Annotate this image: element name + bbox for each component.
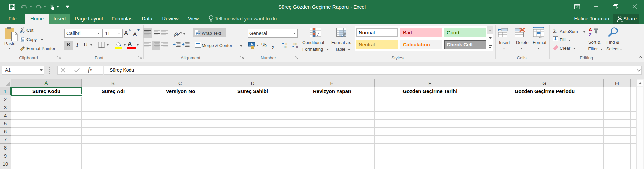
svg-text:≠: ≠ (317, 32, 319, 37)
svg-text:.00: .00 (283, 45, 287, 49)
svg-text:.0: .0 (295, 45, 298, 49)
svg-text:A: A (589, 27, 592, 32)
svg-text:ab: ab (174, 31, 179, 37)
svg-text:Z: Z (589, 32, 592, 37)
